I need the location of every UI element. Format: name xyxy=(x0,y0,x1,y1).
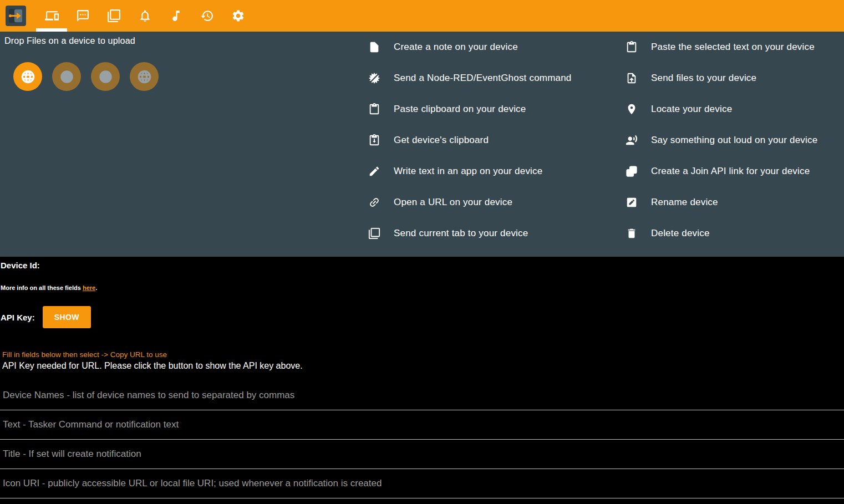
file-upload-icon xyxy=(625,72,638,85)
location-pin-icon xyxy=(625,103,638,116)
tab-settings[interactable] xyxy=(222,0,253,32)
device-details-panel: Device Id: More info on all these fields… xyxy=(0,257,844,504)
chrome-icon xyxy=(98,69,113,84)
action-paste-selected-text[interactable]: Paste the selected text on your device xyxy=(625,32,844,63)
action-create-api-link[interactable]: Create a Join API link for your device xyxy=(625,156,844,187)
device-list xyxy=(13,62,159,91)
action-delete-device[interactable]: Delete device xyxy=(625,218,844,249)
action-label: Create a note on your device xyxy=(394,42,518,53)
action-say-out-loud[interactable]: Say something out loud on your device xyxy=(625,125,844,156)
action-send-current-tab[interactable]: Send current tab to your device xyxy=(368,218,625,249)
tab-clipboard[interactable] xyxy=(98,0,129,32)
action-label: Rename device xyxy=(651,197,718,208)
sms-icon xyxy=(76,9,90,23)
tab-devices[interactable] xyxy=(36,0,67,32)
action-label: Say something out loud on your device xyxy=(651,135,817,146)
device-button-browser-2[interactable] xyxy=(130,62,159,91)
device-actions-right: Paste the selected text on your device S… xyxy=(625,32,844,249)
more-info-text: More info on all these fields here. xyxy=(1,284,97,291)
device-id-label: Device Id: xyxy=(1,261,40,270)
tabs-icon xyxy=(368,227,381,240)
join-url-form xyxy=(0,381,844,498)
action-label: Send a Node-RED/EventGhost command xyxy=(394,73,572,84)
device-button-browser-active[interactable] xyxy=(13,62,42,91)
more-info-link[interactable]: here xyxy=(83,284,95,291)
api-link-icon xyxy=(625,165,638,178)
rename-icon xyxy=(625,196,638,209)
action-write-text[interactable]: Write text in an app on your device xyxy=(368,156,625,187)
action-label: Send current tab to your device xyxy=(394,228,528,239)
api-key-label: API Key: xyxy=(1,313,35,322)
action-label: Write text in an app on your device xyxy=(394,166,542,177)
device-button-chrome-1[interactable] xyxy=(52,62,81,91)
clipboard-icon xyxy=(625,40,638,54)
device-actions: Create a note on your device Send a Node… xyxy=(368,32,844,249)
action-label: Get device's clipboard xyxy=(394,135,489,146)
trash-icon xyxy=(625,227,638,240)
tasker-icon xyxy=(368,72,381,85)
globe-icon xyxy=(137,69,152,84)
action-rename-device[interactable]: Rename device xyxy=(625,187,844,218)
join-app-window: Drop Files on a device to upload Create … xyxy=(0,0,844,504)
show-api-key-button[interactable]: SHOW xyxy=(43,306,91,328)
join-logo-icon xyxy=(6,6,26,26)
action-node-red-command[interactable]: Send a Node-RED/EventGhost command xyxy=(368,63,625,94)
action-label: Send files to your device xyxy=(651,73,756,84)
title-field[interactable] xyxy=(0,440,844,469)
music-note-icon xyxy=(169,9,183,23)
chrome-icon xyxy=(59,69,74,84)
pages-icon xyxy=(107,9,121,23)
text-field[interactable] xyxy=(0,410,844,440)
tab-media[interactable] xyxy=(160,0,191,32)
device-button-chrome-2[interactable] xyxy=(91,62,120,91)
globe-icon xyxy=(21,69,35,84)
gear-icon xyxy=(231,9,245,23)
top-app-bar xyxy=(0,0,844,32)
action-label: Create a Join API link for your device xyxy=(651,166,810,177)
action-label: Locate your device xyxy=(651,104,732,115)
link-icon xyxy=(368,196,381,209)
tab-history[interactable] xyxy=(191,0,222,32)
bell-icon xyxy=(138,9,152,23)
icon-uri-field[interactable] xyxy=(0,469,844,498)
device-actions-left: Create a note on your device Send a Node… xyxy=(368,32,625,249)
action-open-url[interactable]: Open a URL on your device xyxy=(368,187,625,218)
tab-sms[interactable] xyxy=(67,0,98,32)
device-names-field[interactable] xyxy=(0,381,844,410)
action-create-note[interactable]: Create a note on your device xyxy=(368,32,625,63)
drop-files-label: Drop Files on a device to upload xyxy=(4,36,135,46)
action-locate-device[interactable]: Locate your device xyxy=(625,94,844,125)
devices-panel: Drop Files on a device to upload Create … xyxy=(0,32,844,257)
action-label: Open a URL on your device xyxy=(394,197,512,208)
fill-fields-hint: Fill in fields below then select -> Copy… xyxy=(2,350,167,359)
tab-notifications[interactable] xyxy=(129,0,160,32)
clipboard-get-icon xyxy=(368,134,381,147)
main-nav-tabs xyxy=(36,0,253,32)
voice-icon xyxy=(625,134,638,147)
action-label: Paste the selected text on your device xyxy=(651,42,815,53)
history-icon xyxy=(200,9,214,23)
action-label: Delete device xyxy=(651,228,710,239)
devices-icon xyxy=(45,9,59,23)
action-paste-clipboard[interactable]: Paste clipboard on your device xyxy=(368,94,625,125)
note-icon xyxy=(368,40,381,54)
more-info-prefix: More info on all these fields xyxy=(1,284,83,291)
action-get-clipboard[interactable]: Get device's clipboard xyxy=(368,125,625,156)
api-key-row: API Key: SHOW xyxy=(1,306,91,328)
action-label: Paste clipboard on your device xyxy=(394,104,526,115)
pencil-icon xyxy=(368,165,381,178)
clipboard-icon xyxy=(368,103,381,116)
more-info-suffix: . xyxy=(95,284,97,291)
api-key-note: API Key needed for URL. Please click the… xyxy=(2,361,303,371)
action-send-files[interactable]: Send files to your device xyxy=(625,63,844,94)
